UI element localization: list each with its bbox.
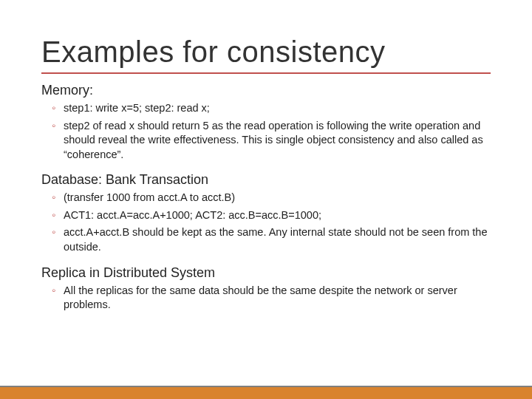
- list-item: (transfer 1000 from acct.A to acct.B): [55, 191, 491, 205]
- bullet-list: All the replicas for the same data shoul…: [41, 284, 491, 313]
- section-replica: Replica in Distributed System All the re…: [41, 265, 491, 313]
- bullet-list: step1: write x=5; step2: read x; step2 o…: [41, 101, 491, 162]
- list-item: step2 of read x should return 5 as the r…: [55, 119, 491, 163]
- list-item: step1: write x=5; step2: read x;: [55, 101, 491, 116]
- section-heading: Database: Bank Transaction: [41, 172, 491, 188]
- section-database: Database: Bank Transaction (transfer 100…: [41, 172, 491, 254]
- list-item: ACT1: acct.A=acc.A+1000; ACT2: acc.B=acc…: [55, 208, 491, 223]
- footer-accent: [0, 387, 532, 399]
- section-heading: Replica in Distributed System: [41, 265, 491, 281]
- title-underline: [41, 72, 491, 74]
- section-heading: Memory:: [41, 83, 491, 98]
- list-item: acct.A+acct.B should be kept as the same…: [55, 225, 491, 254]
- slide: Examples for consistency Memory: step1: …: [0, 0, 532, 399]
- slide-title: Examples for consistency: [41, 35, 491, 68]
- list-item: All the replicas for the same data shoul…: [55, 284, 491, 313]
- section-memory: Memory: step1: write x=5; step2: read x;…: [41, 83, 491, 162]
- footer-bar: [0, 386, 532, 399]
- bullet-list: (transfer 1000 from acct.A to acct.B) AC…: [41, 191, 491, 254]
